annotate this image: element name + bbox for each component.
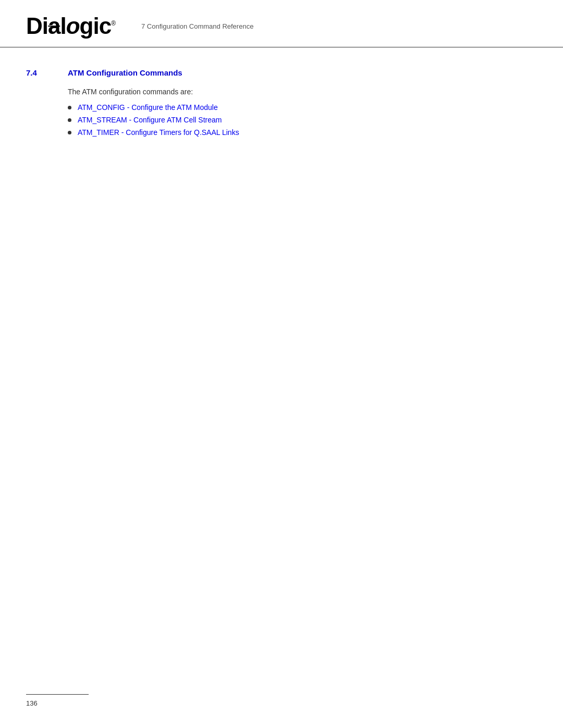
link-atm-config[interactable]: ATM_CONFIG - Configure the ATM Module xyxy=(78,103,218,112)
section-number: 7.4 xyxy=(26,68,57,77)
main-content: 7.4 ATM Configuration Commands The ATM c… xyxy=(0,47,563,182)
section-body: The ATM configuration commands are: ATM_… xyxy=(26,88,537,137)
page-header: Dialogic® 7 Configuration Command Refere… xyxy=(0,0,563,47)
link-atm-stream[interactable]: ATM_STREAM - Configure ATM Cell Stream xyxy=(78,116,222,124)
logo: Dialogic® xyxy=(26,15,115,38)
section-title: ATM Configuration Commands xyxy=(68,68,182,77)
section-intro: The ATM configuration commands are: xyxy=(68,88,537,96)
list-item: ATM_TIMER - Configure Timers for Q.SAAL … xyxy=(68,128,537,137)
list-item: ATM_STREAM - Configure ATM Cell Stream xyxy=(68,116,537,124)
bullet-dot xyxy=(68,106,71,109)
section-header: 7.4 ATM Configuration Commands xyxy=(26,68,537,77)
page-number: 136 xyxy=(26,699,38,707)
footer-divider xyxy=(26,694,89,695)
links-list: ATM_CONFIG - Configure the ATM Module AT… xyxy=(68,103,537,137)
bullet-dot xyxy=(68,131,71,134)
bullet-dot xyxy=(68,118,71,122)
header-nav-title: 7 Configuration Command Reference xyxy=(136,22,253,30)
registered-mark: ® xyxy=(111,20,115,27)
list-item: ATM_CONFIG - Configure the ATM Module xyxy=(68,103,537,112)
link-atm-timer[interactable]: ATM_TIMER - Configure Timers for Q.SAAL … xyxy=(78,128,239,137)
page-footer: 136 xyxy=(26,694,537,707)
logo-text: Dialogic® xyxy=(26,15,115,38)
